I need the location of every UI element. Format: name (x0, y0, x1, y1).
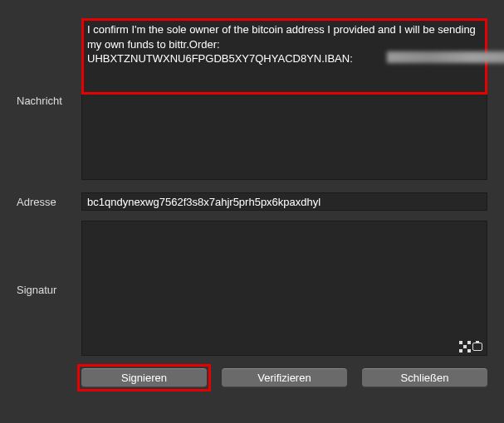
close-button[interactable]: Schließen (362, 368, 487, 387)
qr-camera-icon[interactable] (458, 338, 484, 355)
signature-label: Signatur (17, 221, 81, 358)
message-input[interactable] (81, 18, 487, 180)
message-label: Nachricht (17, 18, 81, 182)
signature-input[interactable] (81, 221, 487, 356)
verify-button[interactable]: Verifizieren (222, 368, 347, 387)
address-label: Adresse (17, 192, 81, 211)
sign-button[interactable]: Signieren (81, 368, 207, 387)
address-input[interactable] (81, 192, 487, 211)
